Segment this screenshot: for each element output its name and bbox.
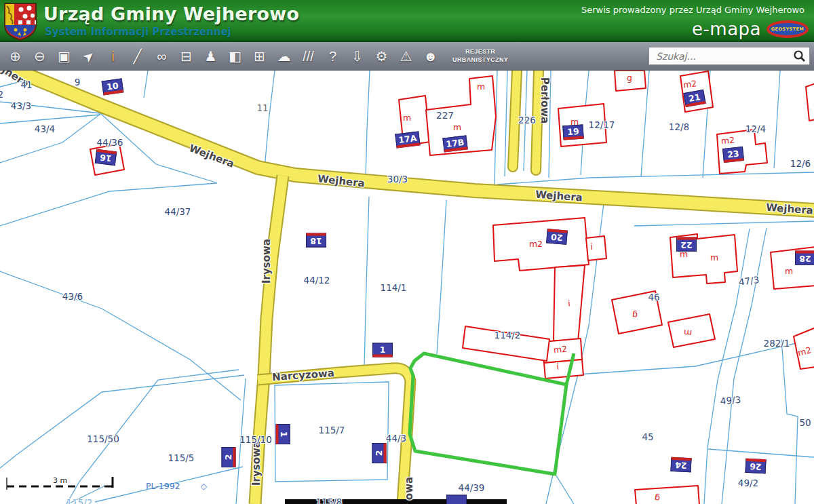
parcel-number-label: 12/8 [669, 121, 689, 132]
parcel-number-label: 12/6 [790, 158, 811, 169]
address-marker: 2 [372, 443, 387, 463]
parcel-number-label: 9 [75, 77, 81, 88]
parcel-number-label: 115/7 [319, 425, 345, 435]
building-type-label: m2 [553, 343, 568, 355]
draw-polygon-button[interactable]: ☁ [273, 45, 295, 68]
parcel-number-label: 44/39 [459, 482, 485, 493]
parcel-number-label: 41 [20, 79, 32, 90]
app-header: Urząd Gminy Wejherowo System Informacji … [0, 0, 814, 42]
parcel-number-label: 11 [256, 102, 268, 113]
parcel-number-label: 12/17 [589, 119, 615, 130]
crs-label: PL-1992 [146, 481, 180, 491]
rejestr-urbanistyczny-button[interactable]: REJESTR URBANISTYCZNY [448, 47, 512, 64]
help-button[interactable]: ? [322, 45, 344, 68]
address-marker: 19 [562, 124, 583, 140]
building-type-label: m [785, 266, 793, 276]
parcel-number-label: 114/2 [495, 330, 521, 341]
address-marker: 1 [276, 424, 290, 444]
address-marker: 10 [102, 79, 124, 96]
hatch-tool-button[interactable]: /// [297, 45, 319, 68]
scale-bar-label: 3 m [53, 476, 67, 485]
map-toolbar: ⊕⊖▣➤i╱∞⊟♟◧⊞☁///?⇩⚙⚠☻ REJESTR URBANISTYCZ… [0, 42, 814, 71]
download-button[interactable]: ⇩ [346, 45, 368, 68]
building-type-label: i [590, 241, 592, 252]
tool-buttons: ⊕⊖▣➤i╱∞⊟♟◧⊞☁///?⇩⚙⚠☻ [4, 45, 442, 68]
parcel-number-label: 115/50 [87, 433, 119, 444]
service-note: Serwis prowadzony przez Urząd Gminy Wejh… [581, 5, 805, 15]
tool-icon: ╱ [133, 50, 141, 63]
parcel-number-label: 44/37 [165, 206, 191, 217]
zoom-out-button[interactable]: ⊖ [28, 45, 51, 68]
address-marker: 2 [222, 447, 236, 467]
parcel-number-label: 114/1 [381, 282, 407, 293]
map-canvas[interactable]: WejheraWejheraWejheraWejheraWejheraIryso… [0, 0, 814, 504]
parcel-number-label: 30/3 [387, 174, 408, 185]
street-label: Perłowa [539, 77, 551, 123]
tool-icon: ➤ [80, 47, 98, 64]
building-type-label: m2 [529, 239, 543, 249]
tool-icon: ◧ [229, 50, 241, 63]
info-tool-button[interactable]: i [102, 45, 124, 68]
parcel-number-label: 43/6 [62, 291, 83, 302]
building-type-label: m [477, 81, 485, 92]
feedback-button[interactable]: ☻ [419, 45, 442, 68]
building-type-label: m [453, 122, 461, 132]
pointer-tool-button[interactable]: ➤ [77, 45, 100, 68]
address-marker: 17B [442, 135, 467, 152]
compare-layers-button[interactable]: ◧ [224, 45, 246, 68]
building-type-label: g [654, 493, 660, 504]
page-title: Urząd Gminy Wejherowo [43, 3, 299, 24]
tool-icon: ⊕ [9, 50, 21, 63]
parcel-number-label: 46 [648, 292, 659, 303]
parcel-number-label: 44/12 [304, 275, 330, 286]
tool-icon: /// [303, 50, 314, 63]
tool-icon: ⇩ [351, 50, 363, 63]
parcel-number-label: 115/2 [66, 497, 93, 504]
search-input[interactable] [655, 50, 793, 62]
crs-indicator: PL-1992 ◇ [146, 481, 207, 491]
print-button[interactable]: ⊟ [175, 45, 197, 68]
link-tool-button[interactable]: ∞ [151, 45, 173, 68]
coat-of-arms [3, 2, 37, 41]
parcel-number-label: 226 [518, 115, 536, 125]
tool-icon: i [111, 50, 114, 63]
parcel-number-label: 43/3 [11, 100, 31, 111]
address-marker: 20 [546, 229, 568, 245]
layout-panels-button[interactable]: ⊞ [248, 45, 271, 68]
address-marker [446, 495, 467, 504]
page-subtitle: System Informacji Przestrzennej [45, 26, 231, 38]
address-marker: 16 [95, 149, 117, 166]
parcel-number-label: 115/8 [316, 497, 343, 504]
search-box [648, 47, 810, 65]
tool-icon: ☻ [423, 50, 438, 63]
tool-icon: ⚠ [400, 50, 412, 63]
measure-tool-button[interactable]: ╱ [126, 45, 149, 68]
building-type-label: m2 [682, 78, 697, 90]
address-marker: 17A [395, 131, 420, 148]
zoom-extent-button[interactable]: ▣ [53, 45, 75, 68]
tool-icon: ⊟ [180, 50, 192, 63]
parcel-number-label: 43/4 [35, 123, 55, 134]
zoom-in-button[interactable]: ⊕ [4, 45, 26, 68]
street-view-button[interactable]: ♟ [199, 45, 222, 68]
tool-icon: ⊖ [34, 50, 45, 63]
building-type-label: g [627, 73, 632, 83]
alerts-button[interactable]: ⚠ [395, 45, 417, 68]
settings-button[interactable]: ⚙ [370, 45, 393, 68]
search-icon[interactable] [793, 50, 807, 63]
building-type-label: m [403, 113, 411, 123]
address-marker: 28 [795, 251, 814, 265]
parcel-number-label: 282/1 [764, 338, 790, 349]
map-graphics [0, 0, 814, 504]
tool-icon: ⊞ [254, 50, 265, 63]
parcel-number-label: 115/10 [239, 434, 272, 445]
parcel-number-label: 44/36 [97, 137, 123, 148]
tool-icon: ? [329, 50, 336, 63]
parcel-number-label: 115/5 [168, 452, 195, 463]
tool-icon: ☁ [277, 50, 291, 63]
address-marker: 18 [306, 233, 326, 248]
crs-symbol-icon: ◇ [201, 481, 208, 491]
parcel-number-label: 12/4 [745, 123, 766, 134]
building-type-label: m2 [720, 135, 735, 147]
address-marker: 1 [372, 343, 393, 357]
